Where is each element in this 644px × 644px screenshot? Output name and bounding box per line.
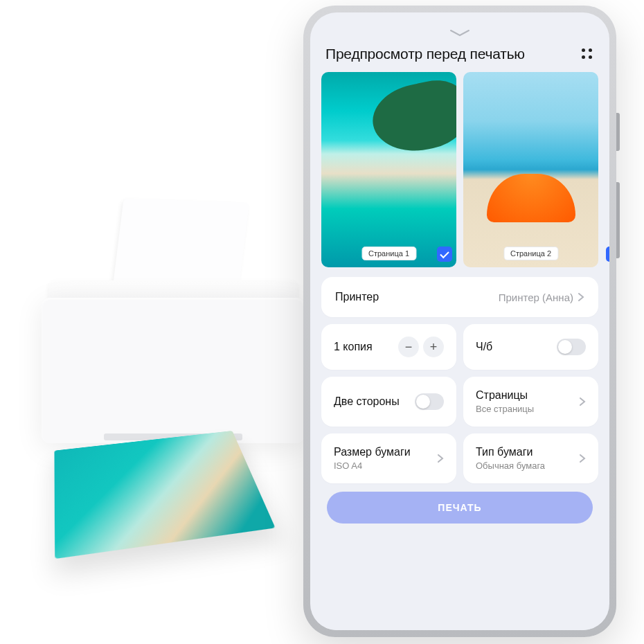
phone-frame: Предпросмотр перед печатью Страница 1 Ст… (303, 6, 616, 637)
page-thumbnail-2[interactable]: Страница 2 (463, 72, 598, 267)
page-thumbnails: Страница 1 Страница 2 (310, 69, 609, 267)
chevron-right-icon (579, 454, 586, 463)
pages-label: Страницы (476, 389, 534, 402)
pages-row[interactable]: Страницы Все страницы (463, 377, 598, 427)
bw-label: Ч/б (476, 341, 492, 353)
chevron-right-icon (578, 292, 584, 302)
page-label: Страница 2 (503, 247, 558, 260)
paper-type-row[interactable]: Тип бумаги Обычная бумага (463, 433, 598, 483)
page-thumbnail-1[interactable]: Страница 1 (321, 72, 456, 267)
duplex-row: Две стороны (321, 377, 456, 427)
bw-row: Ч/б (463, 324, 598, 370)
printer-row[interactable]: Принтер Принтер (Анна) (321, 277, 598, 317)
phone-screen: Предпросмотр перед печатью Страница 1 Ст… (310, 12, 609, 630)
copies-plus-button[interactable]: + (423, 337, 444, 357)
copies-minus-button[interactable]: − (398, 337, 419, 357)
duplex-toggle[interactable] (415, 393, 444, 410)
duplex-label: Две стороны (334, 395, 400, 408)
print-button[interactable]: ПЕЧАТЬ (327, 492, 593, 524)
collapse-handle[interactable] (310, 12, 609, 36)
chevron-right-icon (437, 454, 444, 463)
printer-label: Принтер (335, 291, 379, 303)
printer-value: Принтер (Анна) (499, 292, 573, 303)
page-title: Предпросмотр перед печатью (325, 46, 525, 62)
paper-size-label: Размер бумаги (334, 446, 411, 458)
pages-value: Все страницы (476, 404, 534, 414)
page-label: Страница 1 (361, 247, 416, 260)
paper-size-row[interactable]: Размер бумаги ISO A4 (321, 433, 456, 483)
chevron-right-icon (579, 397, 586, 406)
paper-type-label: Тип бумаги (476, 446, 545, 458)
copies-row: 1 копия − + (321, 324, 456, 370)
next-thumbnail-peek (606, 247, 609, 262)
bw-toggle[interactable] (557, 339, 586, 355)
checkmark-icon[interactable] (437, 247, 452, 262)
paper-type-value: Обычная бумага (476, 460, 545, 471)
menu-grid-icon[interactable] (580, 47, 594, 61)
copies-label: 1 копия (334, 341, 373, 353)
paper-size-value: ISO A4 (334, 460, 411, 471)
printer-illustration (14, 159, 332, 519)
